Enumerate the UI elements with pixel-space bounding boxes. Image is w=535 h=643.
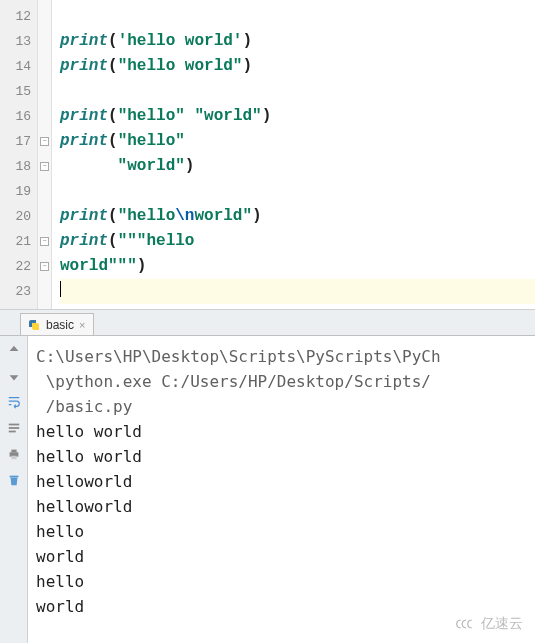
code-line[interactable]: print("hello world") [60,54,535,79]
fold-marker-icon[interactable]: − [40,237,49,246]
fold-marker-icon[interactable]: − [40,137,49,146]
output-line: hello [36,569,527,594]
code-line[interactable]: world""") [60,254,535,279]
svg-rect-0 [8,424,19,426]
command-line: \python.exe C:/Users/HP/Desktop/Scripts/ [36,369,527,394]
wrap-icon[interactable] [6,394,22,410]
line-number: 12 [0,4,31,29]
svg-rect-5 [11,456,16,460]
console-body: C:\Users\HP\Desktop\Scripts\PyScripts\Py… [0,336,535,643]
code-line[interactable]: print("""hello [60,229,535,254]
svg-rect-2 [8,431,15,433]
code-line[interactable]: print('hello world') [60,29,535,54]
fold-end-marker-icon[interactable]: − [40,262,49,271]
svg-rect-1 [8,427,19,429]
code-line[interactable] [60,279,535,304]
run-tab-bar: basic × [0,310,535,336]
line-number: 19 [0,179,31,204]
line-number: 20 [0,204,31,229]
arrow-down-icon[interactable] [6,368,22,384]
run-tab-basic[interactable]: basic × [20,313,94,335]
code-line[interactable] [60,4,535,29]
command-line: /basic.py [36,394,527,419]
output-line: helloworld [36,494,527,519]
code-line[interactable]: print("hello" "world") [60,104,535,129]
code-line[interactable]: print("hello\nworld") [60,204,535,229]
watermark-text: 亿速云 [481,615,523,633]
watermark: 亿速云 [455,615,523,633]
output-line: hello world [36,419,527,444]
line-number: 22 [0,254,31,279]
output-line: world [36,544,527,569]
svg-rect-4 [11,450,16,453]
python-file-icon [27,318,41,332]
run-tab-label: basic [46,318,74,332]
print-icon[interactable] [6,446,22,462]
code-editor[interactable]: 121314151617181920212223 −−−− print('hel… [0,0,535,310]
fold-gutter: −−−− [38,0,52,309]
svg-rect-6 [9,476,18,478]
code-line[interactable] [60,79,535,104]
line-number: 16 [0,104,31,129]
line-number: 23 [0,279,31,304]
output-line: helloworld [36,469,527,494]
output-line: world [36,594,527,619]
line-number: 15 [0,79,31,104]
soft-wrap-icon[interactable] [6,420,22,436]
output-line: hello world [36,444,527,469]
command-line: C:\Users\HP\Desktop\Scripts\PyScripts\Py… [36,344,527,369]
line-number: 17 [0,129,31,154]
line-number: 18 [0,154,31,179]
run-panel: basic × C:\Users\HP\Desk [0,310,535,643]
line-number: 21 [0,229,31,254]
trash-icon[interactable] [6,472,22,488]
arrow-up-icon[interactable] [6,342,22,358]
code-line[interactable]: "world") [60,154,535,179]
code-line[interactable]: print("hello" [60,129,535,154]
line-number: 13 [0,29,31,54]
line-number-gutter: 121314151617181920212223 [0,0,38,309]
fold-end-marker-icon[interactable]: − [40,162,49,171]
console-toolbar [0,336,28,643]
command-block: C:\Users\HP\Desktop\Scripts\PyScripts\Py… [36,344,527,419]
close-icon[interactable]: × [79,319,85,331]
console-output[interactable]: C:\Users\HP\Desktop\Scripts\PyScripts\Py… [28,336,535,643]
line-number: 14 [0,54,31,79]
output-line: hello [36,519,527,544]
text-cursor [60,281,61,297]
code-content[interactable]: print('hello world')print("hello world")… [52,0,535,309]
stdout-block: hello worldhello worldhelloworldhellowor… [36,419,527,619]
code-line[interactable] [60,179,535,204]
